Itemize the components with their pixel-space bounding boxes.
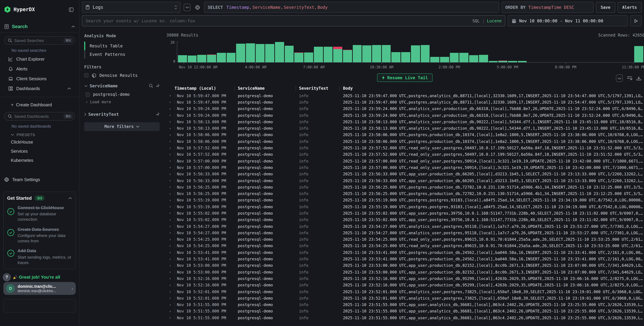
row-expand-icon[interactable]: ›: [166, 139, 174, 144]
facet-severitytext[interactable]: SeverityText: [84, 112, 160, 117]
histogram-bar[interactable]: [226, 53, 236, 62]
table-row[interactable]: ›Nov 10 5:52:01.000 PMpostgresql-demoinf…: [166, 288, 644, 295]
table-row[interactable]: ›Nov 10 5:56:25.000 PMpostgresql-demoinf…: [166, 190, 644, 197]
facet-pin-icon[interactable]: [155, 84, 160, 88]
row-expand-icon[interactable]: ›: [166, 263, 174, 268]
row-expand-icon[interactable]: ›: [166, 178, 174, 183]
row-expand-icon[interactable]: ›: [166, 113, 174, 118]
histogram-bar[interactable]: [634, 46, 643, 62]
get-started-item[interactable]: Connect to ClickHouse Set up your databa…: [7, 205, 72, 222]
mode-results-table[interactable]: Results Table: [84, 42, 160, 50]
row-expand-icon[interactable]: ›: [166, 146, 174, 150]
facet-search-icon[interactable]: [149, 84, 153, 88]
histogram-bar[interactable]: [411, 45, 420, 62]
histogram-bar[interactable]: [304, 53, 313, 62]
sidebar-collapse-icon[interactable]: [67, 6, 75, 14]
histogram-bar[interactable]: [333, 47, 342, 62]
table-row[interactable]: ›Nov 10 5:57:52.000 PMpostgresql-demoinf…: [166, 151, 644, 158]
table-row[interactable]: ›Nov 10 5:54:25.000 PMpostgresql-demoinf…: [166, 236, 644, 243]
saved-dashboards-input[interactable]: [14, 114, 62, 119]
row-expand-icon[interactable]: ›: [166, 204, 174, 209]
row-expand-icon[interactable]: ›: [166, 315, 174, 320]
col-servicename[interactable]: ServiceName: [238, 86, 265, 91]
histogram-bar[interactable]: [352, 45, 362, 62]
row-expand-icon[interactable]: ›: [166, 276, 174, 281]
checkbox[interactable]: [86, 92, 90, 97]
row-expand-icon[interactable]: ›: [166, 120, 174, 124]
row-expand-icon[interactable]: ›: [166, 133, 174, 137]
table-row[interactable]: ›Nov 10 5:54:27.000 PMpostgresql-demoinf…: [166, 229, 644, 236]
chevron-up-icon[interactable]: [71, 25, 75, 28]
table-row[interactable]: ›Nov 10 5:53:00.000 PMpostgresql-demoinf…: [166, 269, 644, 275]
table-row[interactable]: ›Nov 10 5:59:47.000 PMpostgresql-demoinf…: [166, 99, 644, 106]
table-row[interactable]: ›Nov 10 5:52:16.000 PMpostgresql-demoinf…: [166, 282, 644, 288]
histogram-bar[interactable]: [178, 55, 187, 62]
download-icon[interactable]: [636, 76, 641, 81]
table-row[interactable]: ›Nov 10 5:57:00.000 PMpostgresql-demoinf…: [166, 164, 644, 171]
orderby-input[interactable]: ORDER BY TimestampTime DESC: [502, 2, 594, 13]
table-row[interactable]: ›Nov 10 5:51:55.000 PMpostgresql-demoinf…: [166, 308, 644, 315]
table-row[interactable]: ›Nov 10 5:57:00.000 PMpostgresql-demoinf…: [166, 158, 644, 164]
table-row[interactable]: ›Nov 10 5:59:24.000 PMpostgresql-demoinf…: [166, 112, 644, 119]
source-schema-button[interactable]: <>: [183, 3, 191, 11]
histogram-bar[interactable]: [382, 45, 391, 62]
preset-clickhouse[interactable]: ClickHouse: [4, 137, 75, 147]
col-body[interactable]: Body: [343, 86, 644, 91]
histogram-bar[interactable]: [294, 53, 304, 62]
histogram-bar[interactable]: [469, 55, 478, 62]
preset-kubernetes[interactable]: Kubernetes: [4, 156, 75, 165]
table-row[interactable]: ›Nov 10 5:58:13.000 PMpostgresql-demoinf…: [166, 125, 644, 132]
histogram-bar[interactable]: [401, 52, 410, 62]
histogram-bar[interactable]: [372, 45, 381, 62]
histogram-bar[interactable]: [392, 52, 400, 62]
row-expand-icon[interactable]: ›: [166, 302, 174, 307]
column-resize-handle[interactable]: [296, 86, 296, 91]
sidebar-item-client-sessions[interactable]: Client Sessions: [4, 74, 75, 84]
row-source-icon[interactable]: <>: [616, 75, 623, 82]
denoise-results-toggle[interactable]: Denoise Results: [84, 73, 160, 78]
select-columns-input[interactable]: SELECT Timestamp ServiceName SeverityTex…: [204, 2, 499, 13]
create-dashboard-button[interactable]: + Create Dashboard: [4, 99, 75, 109]
mode-event-patterns[interactable]: Event Patterns: [84, 50, 160, 59]
col-severitytext[interactable]: SeverityText: [299, 86, 328, 91]
alerts-button[interactable]: Alerts: [618, 2, 642, 13]
get-started-item[interactable]: Create Data Sources Configure where your…: [7, 227, 72, 244]
row-expand-icon[interactable]: ›: [166, 152, 174, 157]
event-search-input[interactable]: [86, 18, 470, 23]
source-settings-button[interactable]: [194, 3, 202, 11]
row-expand-icon[interactable]: ›: [166, 126, 174, 131]
histogram-bar[interactable]: [217, 53, 226, 62]
presets-toggle[interactable]: PRESETS: [4, 130, 75, 137]
row-expand-icon[interactable]: ›: [166, 191, 174, 196]
col-timestamp[interactable]: Timestamp (Local): [174, 86, 216, 91]
row-expand-icon[interactable]: ›: [166, 231, 174, 235]
facet-pin-icon[interactable]: [155, 112, 160, 116]
sidebar-item-chart-explorer[interactable]: Chart Explorer: [4, 54, 75, 64]
table-row[interactable]: ›Nov 10 5:58:06.000 PMpostgresql-demoinf…: [166, 138, 644, 145]
table-row[interactable]: ›Nov 10 5:55:19.000 PMpostgresql-demoinf…: [166, 197, 644, 204]
histogram-bar[interactable]: [275, 42, 284, 62]
facet-servicename[interactable]: ServiceName: [84, 83, 160, 88]
resume-live-tail-button[interactable]: Resume Live Tail: [377, 74, 433, 82]
table-row[interactable]: ›Nov 10 5:55:02.000 PMpostgresql-demoinf…: [166, 210, 644, 217]
user-menu[interactable]: D dominic.tran@clic... dominic.tran@clic…: [4, 282, 76, 295]
preset-services[interactable]: Services: [4, 147, 75, 156]
row-expand-icon[interactable]: ›: [166, 107, 174, 111]
sql-toggle[interactable]: SQL: [472, 19, 480, 23]
row-expand-icon[interactable]: ›: [166, 100, 174, 104]
table-row[interactable]: ›Nov 10 5:53:41.000 PMpostgresql-demoinf…: [166, 256, 644, 262]
row-expand-icon[interactable]: ›: [166, 159, 174, 163]
facet-value-postgresql-demo[interactable]: postgresql-demo: [84, 91, 160, 98]
sidebar-item-team-settings[interactable]: Team Settings: [0, 172, 79, 187]
events-histogram[interactable]: 2K 0 Nov 10 12:00:00 AM4:00:00 AM7:00:00…: [166, 40, 643, 70]
row-expand-icon[interactable]: ›: [166, 218, 174, 222]
row-expand-icon[interactable]: ›: [166, 257, 174, 261]
row-expand-icon[interactable]: ›: [166, 198, 174, 202]
histogram-bar[interactable]: [207, 55, 216, 62]
table-row[interactable]: ›Nov 10 5:54:25.000 PMpostgresql-demoinf…: [166, 243, 644, 249]
histogram-bar[interactable]: [324, 47, 332, 62]
histogram-bar[interactable]: [265, 44, 274, 62]
table-row[interactable]: ›Nov 10 5:59:24.000 PMpostgresql-demoinf…: [166, 105, 644, 112]
event-search-box[interactable]: SQL | Lucene: [82, 15, 505, 27]
save-button[interactable]: Save: [596, 2, 615, 13]
